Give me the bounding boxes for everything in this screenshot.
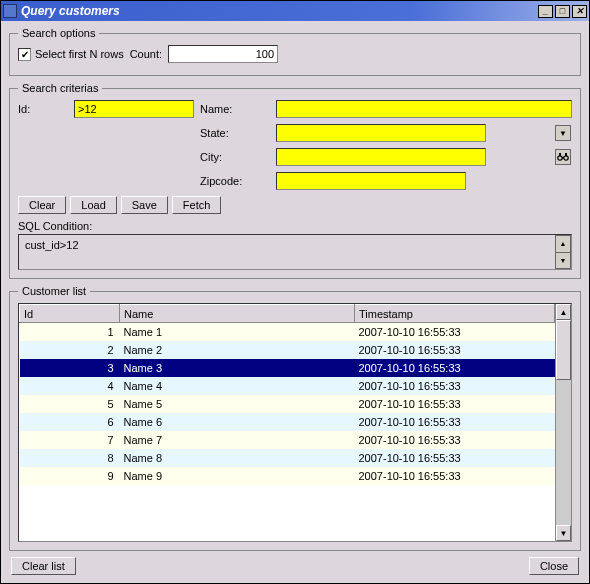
city-input[interactable] bbox=[276, 148, 486, 166]
chevron-up-icon[interactable]: ▲ bbox=[555, 235, 571, 252]
cell-id: 8 bbox=[20, 449, 120, 467]
zipcode-input[interactable] bbox=[276, 172, 466, 190]
cell-name: Name 3 bbox=[120, 359, 355, 377]
cell-id: 6 bbox=[20, 413, 120, 431]
customer-table[interactable]: Id Name Timestamp 1Name 12007-10-10 16:5… bbox=[19, 304, 555, 485]
cell-timestamp: 2007-10-10 16:55:33 bbox=[355, 449, 555, 467]
cell-timestamp: 2007-10-10 16:55:33 bbox=[355, 341, 555, 359]
cell-timestamp: 2007-10-10 16:55:33 bbox=[355, 413, 555, 431]
minimize-button[interactable]: _ bbox=[538, 5, 553, 18]
clear-list-button[interactable]: Clear list bbox=[11, 557, 76, 575]
cell-name: Name 4 bbox=[120, 377, 355, 395]
cell-name: Name 2 bbox=[120, 341, 355, 359]
titlebar[interactable]: Query customers _ □ ✕ bbox=[1, 1, 589, 21]
col-header-name[interactable]: Name bbox=[120, 305, 355, 323]
customer-list-legend: Customer list bbox=[18, 285, 90, 297]
sql-condition-label: SQL Condition: bbox=[18, 220, 572, 232]
id-label: Id: bbox=[18, 103, 68, 115]
fetch-button[interactable]: Fetch bbox=[172, 196, 222, 214]
table-scrollbar[interactable]: ▲ ▼ bbox=[555, 304, 571, 541]
cell-name: Name 9 bbox=[120, 467, 355, 485]
city-label: City: bbox=[200, 151, 270, 163]
name-label: Name: bbox=[200, 103, 270, 115]
cell-id: 4 bbox=[20, 377, 120, 395]
close-button[interactable]: Close bbox=[529, 557, 579, 575]
window-title: Query customers bbox=[21, 4, 536, 18]
svg-rect-3 bbox=[559, 153, 561, 156]
cell-id: 2 bbox=[20, 341, 120, 359]
search-options-group: Search options ✔ Select first N rows Cou… bbox=[9, 27, 581, 76]
cell-id: 9 bbox=[20, 467, 120, 485]
cell-timestamp: 2007-10-10 16:55:33 bbox=[355, 323, 555, 341]
col-header-id[interactable]: Id bbox=[20, 305, 120, 323]
cell-id: 5 bbox=[20, 395, 120, 413]
zipcode-label: Zipcode: bbox=[200, 175, 270, 187]
cell-id: 3 bbox=[20, 359, 120, 377]
customer-list-group: Customer list Id Name Timestamp 1Na bbox=[9, 285, 581, 551]
sql-spinner[interactable]: ▲ ▼ bbox=[555, 235, 571, 269]
search-criteria-group: Search criterias Id: Name: State: ▼ City… bbox=[9, 82, 581, 279]
count-label: Count: bbox=[130, 48, 162, 60]
table-row[interactable]: 5Name 52007-10-10 16:55:33 bbox=[20, 395, 555, 413]
load-button[interactable]: Load bbox=[70, 196, 116, 214]
table-row[interactable]: 9Name 92007-10-10 16:55:33 bbox=[20, 467, 555, 485]
dropdown-icon[interactable]: ▼ bbox=[555, 125, 571, 141]
client-area: Search options ✔ Select first N rows Cou… bbox=[1, 21, 589, 583]
cell-name: Name 8 bbox=[120, 449, 355, 467]
cell-id: 7 bbox=[20, 431, 120, 449]
table-row[interactable]: 1Name 12007-10-10 16:55:33 bbox=[20, 323, 555, 341]
search-criteria-legend: Search criterias bbox=[18, 82, 102, 94]
cell-name: Name 1 bbox=[120, 323, 355, 341]
table-row[interactable]: 4Name 42007-10-10 16:55:33 bbox=[20, 377, 555, 395]
cell-timestamp: 2007-10-10 16:55:33 bbox=[355, 377, 555, 395]
maximize-button[interactable]: □ bbox=[555, 5, 570, 18]
table-row[interactable]: 7Name 72007-10-10 16:55:33 bbox=[20, 431, 555, 449]
binoculars-icon[interactable] bbox=[555, 149, 571, 165]
state-label: State: bbox=[200, 127, 270, 139]
sql-condition-box[interactable]: cust_id>12 ▲ ▼ bbox=[18, 234, 572, 270]
id-input[interactable] bbox=[74, 100, 194, 118]
select-first-n-checkbox[interactable]: ✔ bbox=[18, 48, 31, 61]
query-customers-window: Query customers _ □ ✕ Search options ✔ S… bbox=[0, 0, 590, 584]
table-row[interactable]: 6Name 62007-10-10 16:55:33 bbox=[20, 413, 555, 431]
cell-name: Name 7 bbox=[120, 431, 355, 449]
table-row[interactable]: 3Name 32007-10-10 16:55:33 bbox=[20, 359, 555, 377]
chevron-down-icon[interactable]: ▼ bbox=[555, 252, 571, 270]
col-header-timestamp[interactable]: Timestamp bbox=[355, 305, 555, 323]
count-input[interactable] bbox=[168, 45, 278, 63]
svg-rect-4 bbox=[565, 153, 567, 156]
svg-point-1 bbox=[564, 156, 568, 160]
table-row[interactable]: 8Name 82007-10-10 16:55:33 bbox=[20, 449, 555, 467]
save-button[interactable]: Save bbox=[121, 196, 168, 214]
window-system-icon bbox=[3, 4, 17, 18]
scroll-down-icon[interactable]: ▼ bbox=[556, 525, 571, 541]
clear-button[interactable]: Clear bbox=[18, 196, 66, 214]
svg-point-0 bbox=[558, 156, 562, 160]
select-first-n-label: Select first N rows bbox=[35, 48, 124, 60]
table-row[interactable]: 2Name 22007-10-10 16:55:33 bbox=[20, 341, 555, 359]
cell-timestamp: 2007-10-10 16:55:33 bbox=[355, 395, 555, 413]
cell-timestamp: 2007-10-10 16:55:33 bbox=[355, 359, 555, 377]
state-select[interactable] bbox=[276, 124, 486, 142]
search-options-legend: Search options bbox=[18, 27, 99, 39]
scroll-thumb[interactable] bbox=[556, 320, 571, 380]
cell-name: Name 6 bbox=[120, 413, 355, 431]
cell-name: Name 5 bbox=[120, 395, 355, 413]
svg-rect-2 bbox=[562, 157, 564, 159]
cell-timestamp: 2007-10-10 16:55:33 bbox=[355, 431, 555, 449]
sql-condition-text: cust_id>12 bbox=[25, 239, 79, 251]
cell-id: 1 bbox=[20, 323, 120, 341]
close-window-button[interactable]: ✕ bbox=[572, 5, 587, 18]
name-input[interactable] bbox=[276, 100, 572, 118]
cell-timestamp: 2007-10-10 16:55:33 bbox=[355, 467, 555, 485]
scroll-up-icon[interactable]: ▲ bbox=[556, 304, 571, 320]
